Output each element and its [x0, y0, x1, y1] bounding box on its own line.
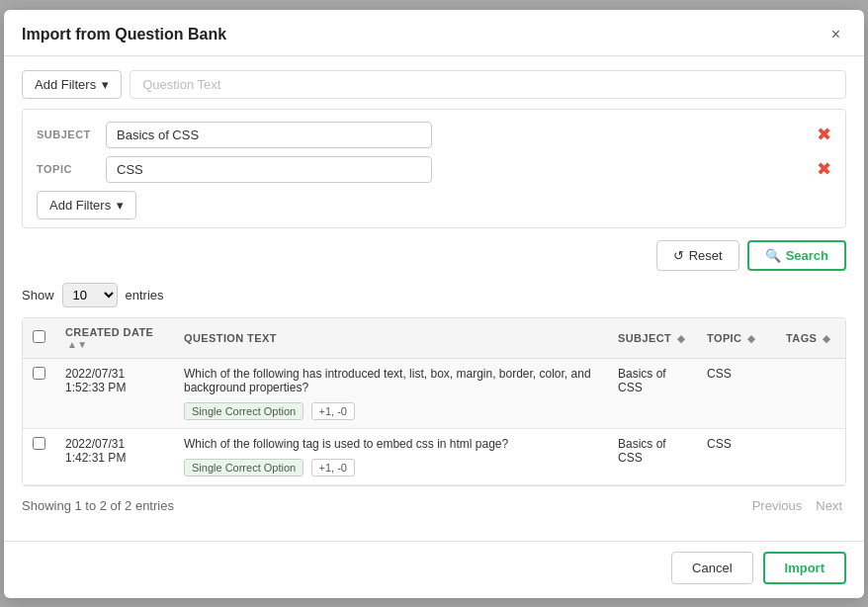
row-subject: Basics of CSS: [608, 428, 697, 484]
row-question-text-content: Which of the following tag is used to em…: [184, 437, 598, 451]
row-score: +1, -0: [311, 402, 355, 420]
row-checkbox-cell: [23, 358, 55, 428]
import-button[interactable]: Import: [763, 552, 846, 584]
subject-sort-icon[interactable]: ◆: [677, 333, 685, 344]
results-table: CREATED DATE ▲▼ QUESTION TEXT SUBJECT ◆: [23, 318, 845, 485]
subject-filter-input[interactable]: [106, 122, 432, 148]
action-bar: ↺ Reset 🔍 Search: [22, 240, 846, 271]
th-subject: SUBJECT ◆: [608, 318, 697, 359]
reset-label: Reset: [689, 248, 723, 263]
row-badge: Single Correct Option: [184, 402, 304, 420]
question-text-input[interactable]: Question Text: [130, 70, 846, 99]
th-question-text: QUESTION TEXT: [174, 318, 608, 359]
next-button[interactable]: Next: [812, 496, 846, 515]
th-subject-label: SUBJECT: [618, 332, 671, 344]
bottom-add-filters-row: Add Filters ▾: [37, 191, 831, 219]
reset-button[interactable]: ↺ Reset: [656, 240, 739, 271]
previous-button[interactable]: Previous: [748, 496, 807, 515]
topic-sort-icon[interactable]: ◆: [747, 333, 755, 344]
remove-subject-filter-button[interactable]: ✖: [817, 124, 831, 145]
entries-suffix: entries: [126, 288, 164, 303]
row-created-date: 2022/07/31 1:42:31 PM: [55, 428, 174, 484]
showing-entries-label: Showing 1 to 2 of 2 entries: [22, 498, 174, 513]
row-question-text: Which of the following has introduced te…: [174, 358, 608, 428]
row-checkbox-cell: [23, 428, 55, 484]
row-badge: Single Correct Option: [184, 459, 304, 477]
entries-select[interactable]: 10 25 50 100: [62, 283, 118, 307]
modal-body: Add Filters ▾ Question Text SUBJECT ✖: [4, 56, 864, 541]
subject-filter-row: SUBJECT ✖: [37, 122, 831, 148]
row-created-date: 2022/07/31 1:52:33 PM: [55, 358, 174, 428]
table-row: 2022/07/31 1:52:33 PM Which of the follo…: [23, 358, 845, 428]
show-entries-row: Show 10 25 50 100 entries: [22, 283, 846, 307]
th-topic-label: TOPIC: [707, 332, 741, 344]
th-created-date-label: CREATED DATE: [65, 326, 153, 338]
created-date-sort-icon[interactable]: ▲▼: [67, 339, 88, 350]
close-button[interactable]: ×: [825, 24, 846, 45]
row-subject: Basics of CSS: [608, 358, 697, 428]
question-text-placeholder-text: Question Text: [142, 77, 220, 92]
table-body: 2022/07/31 1:52:33 PM Which of the follo…: [23, 358, 845, 484]
add-filters-bottom-dropdown-icon: ▾: [117, 198, 124, 213]
subject-filter-label: SUBJECT: [37, 129, 96, 140]
th-topic: TOPIC ◆: [697, 318, 776, 359]
modal-title: Import from Question Bank: [22, 26, 226, 43]
add-filters-top-label: Add Filters: [35, 77, 96, 92]
reset-icon: ↺: [673, 248, 684, 263]
cancel-button[interactable]: Cancel: [671, 552, 752, 584]
add-filters-top-button[interactable]: Add Filters ▾: [22, 70, 122, 99]
tags-sort-icon[interactable]: ◆: [823, 333, 830, 344]
show-label: Show: [22, 288, 54, 303]
th-question-text-label: QUESTION TEXT: [184, 332, 277, 344]
filter-section: SUBJECT ✖ TOPIC ✖ Add F: [22, 109, 846, 228]
th-created-date: CREATED DATE ▲▼: [55, 318, 174, 359]
topic-filter-input[interactable]: [106, 156, 432, 183]
row-checkbox-1[interactable]: [33, 437, 45, 450]
remove-topic-filter-button[interactable]: ✖: [817, 158, 831, 180]
row-checkbox-0[interactable]: [33, 367, 45, 380]
add-filters-bottom-button[interactable]: Add Filters ▾: [37, 191, 136, 219]
row-topic: CSS: [697, 428, 776, 484]
row-topic: CSS: [697, 358, 776, 428]
search-icon: 🔍: [765, 248, 781, 263]
row-tags: [776, 428, 845, 484]
row-score: +1, -0: [311, 459, 355, 477]
remove-topic-icon: ✖: [817, 158, 831, 180]
modal-header: Import from Question Bank ×: [4, 10, 864, 56]
row-question-text-content: Which of the following has introduced te…: [184, 367, 598, 394]
select-all-checkbox[interactable]: [33, 330, 45, 343]
row-tags: [776, 358, 845, 428]
th-tags: TAGS ◆: [776, 318, 845, 359]
remove-subject-icon: ✖: [817, 124, 831, 145]
th-tags-label: TAGS: [786, 332, 817, 344]
results-table-container: CREATED DATE ▲▼ QUESTION TEXT SUBJECT ◆: [22, 317, 846, 486]
pagination-bar: Showing 1 to 2 of 2 entries Previous Nex…: [22, 496, 846, 515]
topic-filter-label: TOPIC: [37, 163, 96, 175]
search-button[interactable]: 🔍 Search: [747, 240, 846, 271]
import-modal: Import from Question Bank × Add Filters …: [4, 10, 864, 598]
top-filter-bar: Add Filters ▾ Question Text: [22, 70, 846, 99]
row-question-text: Which of the following tag is used to em…: [174, 428, 608, 484]
table-row: 2022/07/31 1:42:31 PM Which of the follo…: [23, 428, 845, 484]
topic-filter-row: TOPIC ✖: [37, 156, 831, 183]
th-check: [23, 318, 55, 359]
modal-footer: Cancel Import: [4, 541, 864, 598]
add-filters-bottom-label: Add Filters: [49, 198, 111, 213]
add-filters-top-dropdown-icon: ▾: [102, 77, 109, 92]
pagination-buttons: Previous Next: [748, 496, 846, 515]
search-label: Search: [786, 248, 828, 263]
table-header-row: CREATED DATE ▲▼ QUESTION TEXT SUBJECT ◆: [23, 318, 845, 359]
